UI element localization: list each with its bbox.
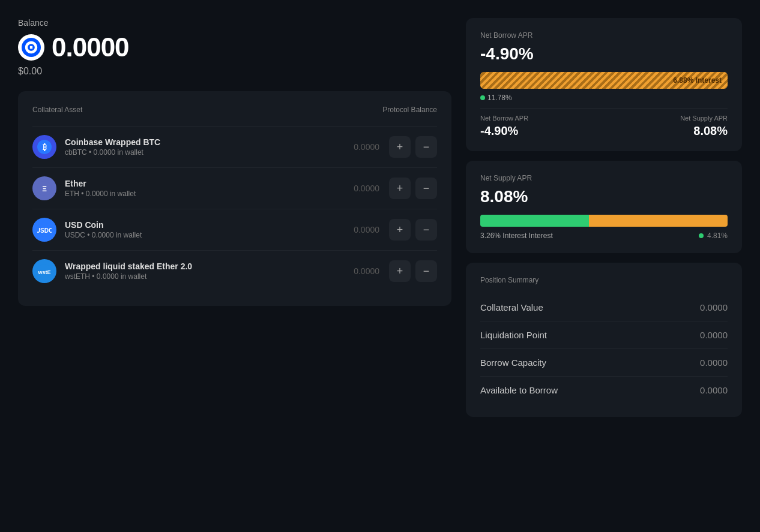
borrow-capacity-amount: 0.0000 — [700, 357, 728, 368]
apr-summary-borrow: Net Borrow APR -4.90% — [480, 115, 528, 138]
asset-actions-wsteth: + − — [389, 260, 437, 282]
supply-apr-bars — [480, 215, 728, 227]
apr-summary-supply-value: 8.08% — [680, 124, 728, 138]
net-supply-apr-card: Net Supply APR 8.08% 3.26% Interest Inte… — [466, 161, 742, 253]
remove-wsteth-button[interactable]: − — [415, 260, 437, 282]
supply-bar-orange — [589, 215, 728, 227]
borrow-bar-bottom-value: 11.78% — [487, 94, 512, 102]
liquidation-point-label: Liquidation Point — [480, 330, 547, 340]
asset-balance-btc: 0.0000 — [354, 142, 379, 152]
position-summary-card: Position Summary Collateral Value 0.0000… — [466, 263, 742, 417]
net-borrow-apr-value: -4.90% — [480, 44, 728, 64]
asset-sub-usdc: USDC • 0.0000 in wallet — [65, 231, 354, 239]
summary-row-collateral: Collateral Value 0.0000 — [480, 294, 728, 321]
net-supply-apr-value: 8.08% — [480, 187, 728, 206]
app-logo — [18, 34, 44, 61]
apr-summary-supply: Net Supply APR 8.08% — [680, 115, 728, 138]
summary-row-liquidation: Liquidation Point 0.0000 — [480, 321, 728, 349]
borrow-capacity-label: Borrow Capacity — [480, 357, 546, 368]
supply-bar-right: 4.81% — [699, 232, 728, 240]
asset-sub-eth: ETH • 0.0000 in wallet — [65, 190, 354, 198]
asset-sub-btc: cbBTC • 0.0000 in wallet — [65, 148, 354, 157]
asset-info-eth: Ether ETH • 0.0000 in wallet — [65, 179, 354, 198]
table-row: ₿ Coinbase Wrapped BTC cbBTC • 0.0000 in… — [32, 126, 437, 167]
col-header-balance: Protocol Balance — [382, 106, 437, 114]
asset-info-btc: Coinbase Wrapped BTC cbBTC • 0.0000 in w… — [65, 137, 354, 157]
add-wsteth-button[interactable]: + — [389, 260, 411, 282]
asset-actions-btc: + − — [389, 136, 437, 158]
asset-icon-eth: Ξ — [32, 176, 56, 200]
remove-btc-button[interactable]: − — [415, 136, 437, 158]
apr-summary-borrow-value: -4.90% — [480, 124, 528, 138]
liquidation-point-amount: 0.0000 — [700, 330, 728, 340]
asset-icon-wsteth: wstE — [32, 259, 56, 283]
svg-text:USDC: USDC — [37, 227, 52, 234]
asset-icon-usdc: USDC — [32, 218, 56, 242]
green-dot-icon — [480, 95, 485, 100]
asset-name-usdc: USD Coin — [65, 220, 354, 230]
net-borrow-apr-card: Net Borrow APR -4.90% 6.88% Interest 11.… — [466, 18, 742, 151]
balance-label: Balance — [18, 18, 451, 28]
borrow-bar-bottom: 11.78% — [480, 94, 728, 102]
apr-summary-supply-label: Net Supply APR — [680, 115, 728, 122]
supply-bar-bottom: 3.26% Interest Interest 4.81% — [480, 232, 728, 240]
table-row: USDC USD Coin USDC • 0.0000 in wallet 0.… — [32, 209, 437, 250]
net-borrow-apr-label: Net Borrow APR — [480, 31, 728, 40]
summary-row-borrow-capacity: Borrow Capacity 0.0000 — [480, 349, 728, 377]
add-eth-button[interactable]: + — [389, 178, 411, 199]
supply-bar-green — [480, 215, 589, 227]
balance-header: 0.0000 — [18, 32, 451, 62]
asset-name-btc: Coinbase Wrapped BTC — [65, 137, 354, 147]
net-supply-apr-label: Net Supply APR — [480, 174, 728, 182]
asset-balance-eth: 0.0000 — [354, 184, 379, 193]
collateral-table-header: Collateral Asset Protocol Balance — [32, 106, 437, 114]
asset-name-eth: Ether — [65, 179, 354, 188]
right-panel: Net Borrow APR -4.90% 6.88% Interest 11.… — [466, 18, 742, 417]
apr-summary-borrow-label: Net Borrow APR — [480, 115, 528, 122]
asset-info-usdc: USD Coin USDC • 0.0000 in wallet — [65, 220, 354, 239]
green-dot-supply-icon — [699, 233, 704, 238]
collateral-card: Collateral Asset Protocol Balance ₿ Coin… — [18, 91, 451, 306]
col-header-asset: Collateral Asset — [32, 106, 82, 114]
add-btc-button[interactable]: + — [389, 136, 411, 158]
asset-name-wsteth: Wrapped liquid staked Ether 2.0 — [65, 262, 354, 271]
collateral-value-amount: 0.0000 — [700, 302, 728, 312]
asset-balance-usdc: 0.0000 — [354, 225, 379, 235]
remove-eth-button[interactable]: − — [415, 178, 437, 199]
add-usdc-button[interactable]: + — [389, 219, 411, 241]
asset-balance-wsteth: 0.0000 — [354, 266, 379, 276]
available-to-borrow-label: Available to Borrow — [480, 385, 558, 395]
borrow-apr-bar: 6.88% Interest — [480, 72, 728, 89]
borrow-bar-interest-label: 6.88% Interest — [673, 76, 722, 85]
asset-sub-wsteth: wstETH • 0.0000 in wallet — [65, 272, 354, 281]
table-row: wstE Wrapped liquid staked Ether 2.0 wst… — [32, 250, 437, 291]
asset-info-wsteth: Wrapped liquid staked Ether 2.0 wstETH •… — [65, 262, 354, 281]
apr-summary-row: Net Borrow APR -4.90% Net Supply APR 8.0… — [480, 108, 728, 138]
asset-actions-eth: + − — [389, 178, 437, 199]
asset-actions-usdc: + − — [389, 219, 437, 241]
position-summary-label: Position Summary — [480, 276, 728, 284]
asset-icon-btc: ₿ — [32, 135, 56, 159]
remove-usdc-button[interactable]: − — [415, 219, 437, 241]
svg-text:₿: ₿ — [43, 143, 47, 152]
svg-text:wstE: wstE — [37, 269, 50, 275]
available-to-borrow-amount: 0.0000 — [700, 385, 728, 395]
summary-row-available-borrow: Available to Borrow 0.0000 — [480, 377, 728, 404]
supply-interest-label: 3.26% Interest Interest — [480, 232, 553, 240]
table-row: Ξ Ether ETH • 0.0000 in wallet 0.0000 + … — [32, 167, 437, 209]
balance-usd: $0.00 — [18, 66, 451, 77]
svg-text:Ξ: Ξ — [42, 185, 47, 193]
left-panel: Balance 0.0000 $0.00 Collateral Asset Pr… — [18, 18, 451, 306]
balance-number: 0.0000 — [52, 32, 129, 62]
collateral-value-label: Collateral Value — [480, 302, 543, 312]
